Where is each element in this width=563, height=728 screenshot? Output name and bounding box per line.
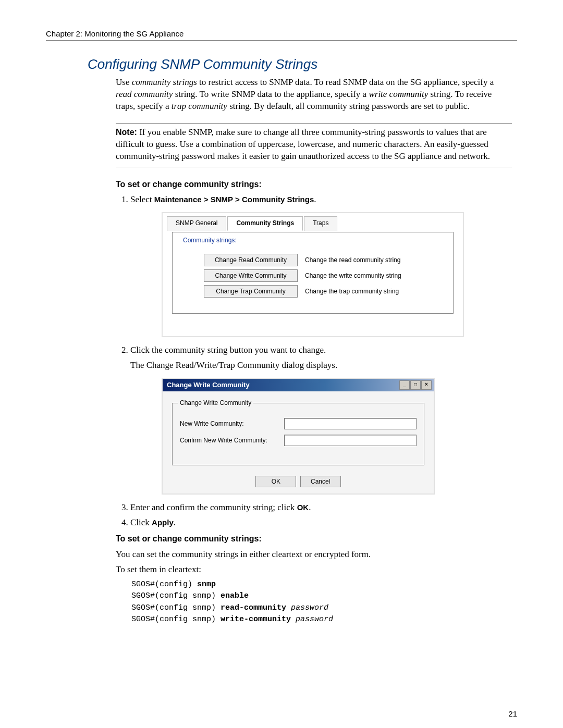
dialog-buttons: OK Cancel [172, 476, 424, 487]
desc-trap: Change the trap community string [305, 287, 399, 295]
cli-line-3: SGOS#(config snmp) read-community passwo… [131, 602, 512, 614]
text: Use [116, 77, 132, 87]
close-icon[interactable]: × [421, 380, 432, 390]
page-number: 21 [46, 709, 517, 718]
cli-cmd: read-community [221, 603, 291, 612]
minimize-icon[interactable]: _ [399, 380, 410, 390]
note-rule-top [116, 123, 512, 124]
section-title: Configuring SNMP Community Strings [88, 56, 517, 72]
label-new-community: New Write Community: [180, 419, 284, 428]
input-new-community[interactable] [284, 418, 417, 429]
cli-prompt: SGOS#(config) [131, 580, 197, 589]
steps-list-1: Select Maintenance > SNMP > Community St… [116, 194, 512, 529]
text: . [309, 502, 311, 512]
cli-arg: password [296, 615, 333, 624]
text: Click [130, 517, 152, 527]
cli-arg: password [291, 603, 328, 612]
note: Note: If you enable SNMP, make sure to c… [116, 127, 512, 163]
cli-cmd: write-community [221, 615, 296, 624]
subhead-set-change-2: To set or change community strings: [116, 533, 512, 545]
text: Select [130, 194, 154, 204]
change-read-community-button[interactable]: Change Read Community [204, 254, 298, 266]
dialog-title: Change Write Community [167, 380, 250, 390]
change-trap-community-button[interactable]: Change Trap Community [204, 285, 298, 298]
cli-prompt: SGOS#(config snmp) [131, 615, 221, 624]
step-2: Click the community string button you wa… [130, 344, 512, 495]
subhead-set-change-1: To set or change community strings: [116, 179, 512, 190]
row-trap: Change Trap Community Change the trap co… [204, 285, 443, 298]
text: . [314, 194, 316, 204]
community-fieldset: Community strings: Change Read Community… [172, 232, 454, 314]
desc-read: Change the read community string [305, 256, 400, 264]
cancel-button[interactable]: Cancel [300, 476, 341, 487]
tab-community-strings[interactable]: Community Strings [227, 216, 303, 231]
cli-cmd: enable [221, 591, 249, 600]
text: string. To write SNMP data to the applia… [173, 89, 369, 99]
cli-prompt: SGOS#(config snmp) [131, 591, 221, 600]
text: . [174, 517, 176, 527]
row-confirm-community: Confirm New Write Community: [180, 435, 417, 446]
text: string. By default, all community string… [227, 101, 470, 111]
cli-line-4: SGOS#(config snmp) write-community passw… [131, 614, 512, 626]
step-3: Enter and confirm the community string; … [130, 502, 512, 514]
input-confirm-community[interactable] [284, 435, 417, 446]
ok-button[interactable]: OK [255, 476, 296, 487]
text: Enter and confirm the community string; … [130, 502, 297, 512]
change-write-community-button[interactable]: Change Write Community [204, 269, 298, 282]
text-bold: OK [297, 503, 309, 512]
text: The Change Read/Write/Trap Community dia… [130, 360, 512, 372]
text: to restrict access to SNMP data. To read… [197, 77, 494, 87]
desc-write: Change the write community string [305, 272, 401, 280]
step-4: Click Apply. [130, 517, 512, 529]
cli-line-1: SGOS#(config) snmp [131, 579, 512, 591]
dialog-fieldset: Change Write Community New Write Communi… [172, 403, 424, 465]
text: Click the community string button you wa… [130, 344, 512, 356]
screenshot-community-tabs: SNMP General Community Strings Traps Com… [162, 212, 464, 337]
tab-snmp-general[interactable]: SNMP General [167, 216, 226, 231]
row-new-community: New Write Community: [180, 418, 417, 429]
dialog-body: Change Write Community New Write Communi… [163, 391, 434, 493]
label-confirm-community: Confirm New Write Community: [180, 436, 284, 445]
row-write: Change Write Community Change the write … [204, 269, 443, 282]
maximize-icon[interactable]: □ [410, 380, 421, 390]
tab-traps[interactable]: Traps [304, 216, 337, 231]
intro-paragraph: Use community strings to restrict access… [116, 77, 512, 113]
after-p2: To set them in cleartext: [116, 564, 512, 576]
community-legend: Community strings: [181, 236, 239, 244]
after-p1: You can set the community strings in eit… [116, 549, 512, 561]
text-italic: community strings [132, 77, 197, 87]
cli-block: SGOS#(config) snmp SGOS#(config snmp) en… [131, 579, 512, 626]
text-italic: read community [116, 89, 173, 99]
text-italic: trap community [172, 101, 227, 111]
text-italic: write community [369, 89, 428, 99]
page: Chapter 2: Monitoring the SG Appliance C… [0, 0, 563, 728]
dialog-titlebar: Change Write Community _ □ × [163, 379, 434, 391]
row-read: Change Read Community Change the read co… [204, 254, 443, 266]
note-label: Note: [116, 128, 137, 137]
screenshot-change-write-dialog: Change Write Community _ □ × Change Writ… [162, 378, 435, 495]
header-rule [46, 40, 517, 41]
cli-line-2: SGOS#(config snmp) enable [131, 590, 512, 602]
text-bold: Maintenance > SNMP > Community Strings [154, 195, 314, 204]
body-block: Use community strings to restrict access… [116, 77, 512, 626]
dialog-legend: Change Write Community [178, 399, 253, 407]
text-bold: Apply [152, 518, 174, 527]
cli-cmd: snmp [197, 580, 216, 589]
note-rule-bottom [116, 167, 512, 167]
step-1: Select Maintenance > SNMP > Community St… [130, 194, 512, 337]
note-text: If you enable SNMP, make sure to change … [116, 127, 490, 161]
cli-prompt: SGOS#(config snmp) [131, 603, 221, 612]
window-buttons: _ □ × [399, 380, 432, 390]
tab-bar: SNMP General Community Strings Traps [167, 216, 459, 231]
chapter-header: Chapter 2: Monitoring the SG Appliance [46, 29, 517, 38]
